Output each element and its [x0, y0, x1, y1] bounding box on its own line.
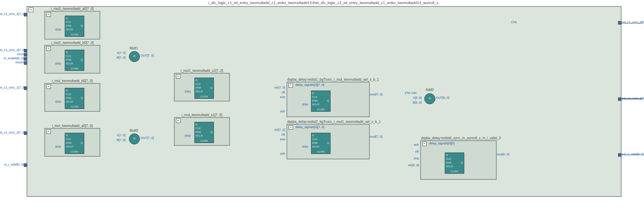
register[interactable]: D CLK ENA SCLR CLRN Q [65, 133, 84, 154]
port-in-eni1-1[interactable]: in_c1_eni1_1[7..0] [0, 86, 24, 89]
block-mul-a0[interactable]: i_mul_twomultadd_a0[7..0] − 8'h0 D CLK E… [44, 128, 100, 157]
register[interactable]: D CLK ENA SCLR CLRN Q [194, 122, 214, 143]
op-pin-a: A[8..0] [413, 96, 422, 99]
pin-sclr: SCLR [66, 100, 73, 103]
pin-clk: CLK [66, 54, 71, 58]
pin-clrn: CLRN [195, 139, 214, 142]
op-pin-out: OUT[7..0] [141, 136, 154, 140]
pin-q: Q [461, 161, 463, 164]
register[interactable]: D CLK ENA SCLR CLRN Q [65, 88, 84, 109]
pin-ena: ENA [312, 99, 318, 102]
op-pin-b: B[7..0] [117, 56, 126, 59]
pin-ena: ENA [195, 86, 201, 89]
pin-clrn: CLRN [65, 67, 84, 70]
pin-clrn: CLRN [65, 150, 84, 153]
port-in-eni1-3[interactable]: in_c1_eni1_3[7..0] [0, 48, 24, 52]
module-collapse-button[interactable]: − [29, 7, 33, 12]
multiplier-icon[interactable]: × [129, 51, 140, 62]
block-title: i_mul1_twomultadd_a0[7..0] [45, 7, 100, 11]
pin-q: Q [327, 141, 329, 144]
port-in-clock[interactable]: clock [0, 52, 24, 56]
pin-clrn: CLRN [195, 95, 214, 98]
block-mul1-s1[interactable]: i_mul1_twomultadd_s1[7..0] − 8'h0 D CLK … [174, 73, 230, 101]
port-in-eni1-4[interactable]: in_c1_eni1_4[7..0] [0, 12, 24, 16]
block-collapse-button[interactable]: − [46, 46, 51, 51]
block-box-label: delay_signals[0][7..0] [295, 125, 324, 129]
port-aclr: aclr [272, 110, 285, 113]
register[interactable]: D CLK ENA SCLR CLRN Q [65, 16, 84, 37]
pin-clrn: CLRN [445, 170, 464, 173]
port-xout: xout[0..0] [497, 153, 509, 156]
op-pin-cin: 1'h0 CIN [405, 91, 416, 95]
block-collapse-button[interactable]: − [176, 74, 180, 79]
pin-ena: ENA [66, 24, 71, 27]
const-label: 8'h0 [55, 145, 61, 148]
register[interactable]: D CLK ENA SCLR CLRN Q [311, 133, 331, 154]
port-out-exi1-1[interactable]: out_c1_exi1_1[31..0] [621, 97, 644, 100]
block-mul-s1[interactable]: i_mul_twomultadd_s1[7..0] − 8'h0 D CLK E… [174, 117, 230, 146]
pin-d: D [312, 134, 314, 137]
port-in-enable[interactable]: in_enable[0..0] [0, 57, 24, 60]
op-label-mult0: Mult0 [130, 129, 138, 132]
port-in-resetn[interactable]: resetn [0, 61, 24, 64]
register[interactable]: D CLK ENA SCLR CLRN Q [194, 78, 214, 99]
pin-sclr: SCLR [66, 145, 73, 148]
block-redist0[interactable]: dspba_delay:redist0_sync_in_aunroll_x_in… [420, 140, 497, 180]
port-clk: clk [272, 91, 285, 94]
pin-q: Q [81, 58, 83, 61]
port-pin-icon [618, 97, 621, 101]
port-pin-icon [24, 13, 27, 16]
port-out-exi1-0[interactable]: out_c1_exi1_0[0..0] [621, 20, 644, 24]
port-in-i-valid[interactable]: in_i_valid[0..0] [0, 163, 24, 166]
port-pin-icon [24, 86, 27, 90]
pin-d: D [66, 89, 68, 92]
block-collapse-button[interactable]: − [289, 125, 293, 130]
block-title: dspba_delay:redist0_sync_in_aunroll_x_in… [421, 136, 496, 140]
block-title: i_mul_twomultadd_a0[7..0] [45, 124, 100, 128]
block-mul1-a0[interactable]: i_mul1_twomultadd_a0[7..0] − 8'h0 D CLK … [44, 11, 100, 40]
pin-clk: CLK [66, 93, 71, 96]
multiplier-icon[interactable]: × [129, 133, 140, 144]
pin-q: Q [81, 96, 83, 99]
block-redist1[interactable]: dspba_delay:redist1_bgTrunc_i_mul_twomul… [287, 82, 370, 117]
port-clk: clk [272, 133, 285, 136]
pin-d: D [66, 51, 68, 54]
adder-icon[interactable]: + [424, 93, 435, 104]
port-out-o-valid[interactable]: out_o_valid[0..0] [621, 153, 644, 156]
pin-q: Q [210, 86, 213, 89]
block-collapse-button[interactable]: − [46, 12, 51, 17]
pin-sclr: SCLR [66, 62, 73, 65]
block-collapse-button[interactable]: − [46, 84, 51, 89]
pin-clk: CLK [66, 138, 71, 141]
pin-d: D [446, 154, 448, 157]
register[interactable]: D CLK ENA SCLR CLRN Q [65, 50, 84, 71]
port-pin-icon [24, 53, 27, 57]
port-pin-icon [618, 21, 621, 25]
const-label: 8'h0 [185, 90, 191, 93]
port-in-eni1-2[interactable]: in_c1_eni1_2[7..0] [0, 131, 24, 134]
block-collapse-button[interactable]: − [289, 83, 293, 88]
block-title: i_mul1_twomultadd_s1[7..0] [175, 69, 229, 73]
block-mul-b0[interactable]: i_mul_twomultadd_b0[7..0] − 8'h0 D CLK E… [44, 83, 100, 112]
op-pin-a: A[7..0] [117, 51, 126, 54]
schematic-canvas: i_sfc_logic_c1_wt_entry_twomultadd_c1_en… [0, 0, 644, 221]
pin-d: D [312, 92, 314, 95]
block-redist2[interactable]: dspba_delay:redist2_bgTrunc_i_mul1_twomu… [287, 124, 370, 159]
op-label-mult1: Mult1 [130, 46, 138, 50]
port-pin-icon [24, 49, 27, 52]
block-collapse-button[interactable]: − [46, 129, 51, 134]
port-xout: xout[7..0] [370, 135, 382, 138]
const-label: 8'h0 [55, 100, 61, 104]
block-collapse-button[interactable]: − [176, 119, 180, 123]
register[interactable]: D CLK ENA SCLR CLRN Q [445, 153, 464, 174]
block-title: dspba_delay:redist1_bgTrunc_i_mul_twomul… [287, 78, 369, 81]
pin-d: D [66, 134, 68, 137]
register[interactable]: D CLK ENA SCLR CLRN Q [311, 91, 331, 112]
block-mul1-b0[interactable]: i_mul1_twomultadd_b0[7..0] − 8'h0 D CLK … [44, 45, 100, 74]
block-collapse-button[interactable]: − [422, 142, 427, 146]
pin-sclr: SCLR [195, 134, 203, 137]
const-label: 8'h0 [55, 62, 61, 65]
pin-q: Q [327, 99, 329, 102]
pin-ena: ENA [66, 141, 71, 144]
port-aclr: aclr [405, 143, 419, 146]
